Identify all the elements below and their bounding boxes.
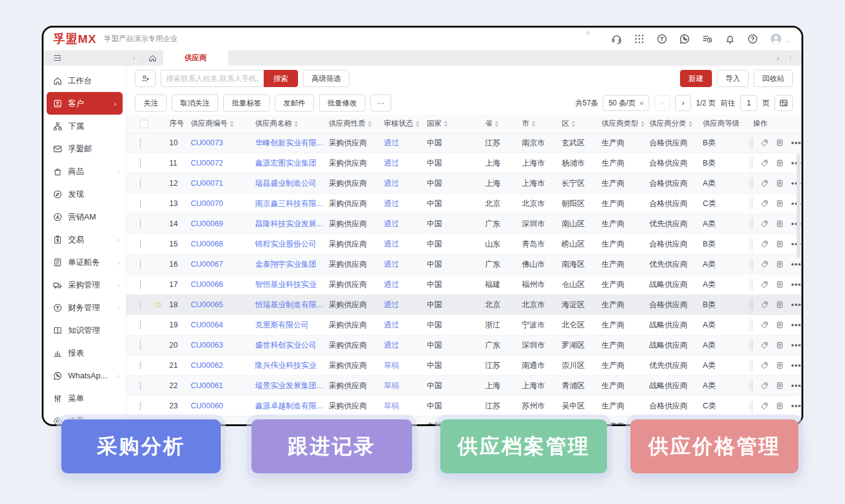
ai-assistant-icon[interactable] — [588, 33, 600, 45]
cell-supplier-name[interactable]: 瑞昌盛业制造公司 — [255, 178, 329, 189]
cell-supplier-name[interactable]: 金泰翔宇实业集团 — [255, 259, 329, 270]
sort-icon[interactable] — [641, 121, 644, 127]
cell-audit-status[interactable]: 通过 — [384, 239, 427, 250]
overlay-跟进记录[interactable]: 跟进记录 — [251, 419, 412, 473]
row-more-icon[interactable]: ••• — [791, 342, 801, 348]
row-checkbox[interactable] — [140, 159, 141, 167]
search-button[interactable]: 搜索 — [264, 70, 298, 87]
cell-supplier-code[interactable]: CU00073 — [191, 139, 255, 147]
overlay-供应价格管理[interactable]: 供应价格管理 — [630, 419, 798, 473]
row-checkbox[interactable] — [140, 179, 141, 188]
table-row[interactable]: 21CU00062隆兴伟业科技实业采购供应商草稿中国江苏南通市崇川区生产商优先供… — [126, 356, 801, 376]
cell-supplier-name[interactable]: 盛世科创实业公司 — [255, 340, 329, 351]
tab-forward-icon[interactable]: › — [777, 54, 779, 63]
tag-icon[interactable] — [760, 199, 768, 208]
cell-audit-status[interactable]: 草稿 — [384, 361, 427, 371]
detail-doc-icon[interactable] — [776, 320, 784, 330]
detail-doc-icon[interactable] — [776, 381, 784, 391]
task-history-icon[interactable] — [702, 33, 713, 45]
cell-supplier-name[interactable]: 锦程实业股份公司 — [255, 239, 329, 250]
next-page-button[interactable]: › — [675, 95, 691, 111]
row-checkbox[interactable] — [140, 199, 141, 208]
sidebar-item-doc[interactable]: 单证船务› — [44, 251, 126, 273]
sort-icon[interactable] — [230, 121, 234, 127]
cell-supplier-name[interactable]: 克里斯有限公司 — [255, 320, 329, 330]
row-checkbox[interactable] — [140, 341, 141, 349]
tag-icon[interactable] — [760, 239, 768, 249]
cell-supplier-name[interactable]: 昌隆科技实业发展... — [255, 219, 329, 229]
sort-icon[interactable] — [495, 121, 499, 127]
batch-button-2[interactable]: 批量标签 — [223, 94, 270, 112]
row-checkbox[interactable] — [140, 402, 141, 410]
star-icon[interactable]: ☆ — [155, 299, 162, 310]
cell-supplier-name[interactable]: 南京鑫三科技有限... — [255, 199, 329, 209]
row-checkbox[interactable] — [140, 361, 141, 370]
detail-doc-icon[interactable] — [776, 340, 784, 350]
cell-audit-status[interactable]: 通过 — [384, 259, 427, 270]
batch-button-3[interactable]: 发邮件 — [275, 94, 314, 112]
row-checkbox[interactable] — [140, 321, 141, 329]
cell-audit-status[interactable]: 通过 — [384, 199, 427, 209]
row-checkbox[interactable] — [140, 280, 141, 289]
table-row[interactable]: 14CU00069昌隆科技实业发展...采购供应商通过中国广东深圳市南山区生产商… — [126, 214, 801, 234]
user-avatar[interactable] — [770, 32, 790, 45]
table-row[interactable]: 20CU00063盛世科创实业公司采购供应商通过中国广东深圳市罗湖区生产商战略供… — [126, 335, 801, 356]
cell-supplier-code[interactable]: CU00065 — [191, 300, 255, 309]
page-size-select[interactable]: 50 条/页∨ — [603, 95, 649, 111]
table-row[interactable]: 11CU00072鑫源宏图实业集团采购供应商通过中国上海上海市杨浦市生产商合格供… — [126, 153, 801, 174]
tag-icon[interactable] — [760, 401, 768, 411]
tag-icon[interactable] — [760, 138, 768, 148]
cell-supplier-name[interactable]: 华峰创新实业有限... — [255, 138, 329, 148]
sort-icon[interactable] — [572, 121, 575, 127]
cell-supplier-code[interactable]: CU00071 — [191, 179, 255, 188]
table-row[interactable]: 22CU00061瑞景实业发展集团...采购供应商草稿中国上海上海市青浦区生产商… — [126, 376, 801, 396]
detail-doc-icon[interactable] — [776, 239, 784, 249]
cell-supplier-code[interactable]: CU00072 — [191, 159, 255, 167]
tag-icon[interactable] — [760, 178, 768, 188]
cell-supplier-name[interactable]: 恒瑞基业制造有限... — [255, 300, 329, 310]
sort-icon[interactable] — [368, 121, 372, 127]
cell-supplier-code[interactable]: CU00061 — [191, 381, 255, 390]
sidebar-item-home[interactable]: 工作台 — [44, 69, 126, 92]
sort-icon[interactable] — [532, 121, 535, 127]
contact-search-type-button[interactable] — [135, 70, 156, 87]
tab-more-icon[interactable]: ⋮ — [787, 54, 794, 63]
cell-audit-status[interactable]: 通过 — [384, 280, 427, 290]
sidebar-item-compass[interactable]: 发现 — [44, 183, 126, 205]
cell-audit-status[interactable]: 通过 — [384, 178, 427, 189]
tag-icon[interactable] — [760, 361, 768, 370]
search-input[interactable] — [161, 70, 264, 87]
new-button[interactable]: 新建 — [680, 70, 712, 87]
cell-supplier-code[interactable]: CU00070 — [191, 199, 255, 208]
recycle-bin-button[interactable]: 回收站 — [754, 70, 793, 87]
sidebar-collapse-icon[interactable] — [53, 53, 62, 63]
row-checkbox[interactable] — [140, 139, 141, 147]
row-more-icon[interactable]: ••• — [791, 140, 801, 146]
sidebar-item-bag[interactable]: 商品› — [44, 160, 126, 183]
sort-icon[interactable] — [294, 121, 298, 127]
cell-audit-status[interactable]: 通过 — [384, 158, 427, 169]
cell-supplier-code[interactable]: CU00060 — [191, 402, 255, 410]
sidebar-item-truck[interactable]: 采购管理› — [44, 273, 126, 296]
tag-icon[interactable] — [760, 259, 768, 269]
cell-audit-status[interactable]: 草稿 — [384, 401, 427, 411]
sidebar-item-clipboard[interactable]: 交易› — [44, 228, 126, 251]
home-tab-icon[interactable] — [142, 50, 163, 66]
cell-supplier-code[interactable]: CU00064 — [191, 321, 255, 329]
overlay-供应档案管理[interactable]: 供应档案管理 — [440, 419, 607, 473]
sidebar-item-hierarchy[interactable]: 下属 — [44, 115, 126, 137]
row-more-icon[interactable]: ••• — [791, 403, 801, 409]
sidebar-item-circle-a[interactable]: 营销AM — [44, 205, 126, 228]
select-all-checkbox[interactable] — [140, 120, 148, 128]
detail-doc-icon[interactable] — [776, 158, 784, 168]
tag-icon[interactable] — [760, 320, 768, 330]
more-actions-button[interactable]: ··· — [370, 94, 391, 112]
row-checkbox[interactable] — [140, 240, 141, 248]
table-settings-button[interactable] — [774, 95, 793, 111]
row-checkbox[interactable] — [140, 300, 141, 309]
help-icon[interactable] — [747, 33, 759, 45]
row-more-icon[interactable]: ••• — [791, 362, 801, 368]
message-t-icon[interactable] — [656, 33, 668, 45]
detail-doc-icon[interactable] — [776, 138, 784, 148]
headset-icon[interactable] — [611, 33, 622, 45]
